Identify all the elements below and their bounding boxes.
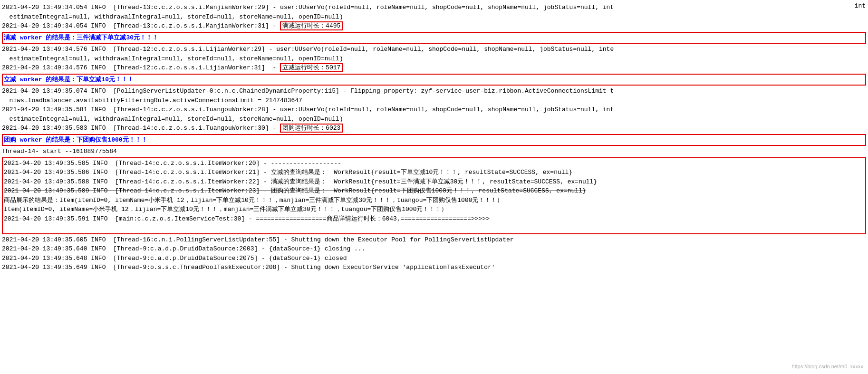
log-line-17: 商品展示的结果是：Item(itemID=0, itemName=小米手机 12… — [4, 196, 864, 205]
log-line-4: 2021-04-20 13:49:34.576 INFO [Thread-12:… — [2, 45, 866, 54]
log-line-10: estimateIntegral=null, withdrawalIntegra… — [2, 115, 866, 124]
log-line-11a: 2021-04-20 13:49:35.583 INFO [Thread-14:… — [2, 124, 866, 133]
log-line-2: estimateIntegral=null, withdrawalIntegra… — [2, 12, 866, 22]
log-line-23: 2021-04-20 13:49:35.649 INFO [Thread-9:o… — [2, 263, 866, 272]
log-container: 2021-04-20 13:49:34.054 INFO [Thread-13:… — [0, 2, 868, 273]
manjian-result-text: 满减 worker 的结果是：三件满减下单立减30元！！！ — [4, 33, 864, 43]
log-line-20: 2021-04-20 13:49:35.605 INFO [Thread-16:… — [2, 235, 866, 245]
item-worker-block: 2021-04-20 13:49:35.585 INFO [Thread-14:… — [2, 157, 866, 234]
tuangou-runtime-highlight: 团购运行时长：6023 — [280, 124, 343, 133]
log-line-7: 2021-04-20 13:49:35.074 INFO [PollingSer… — [2, 86, 866, 96]
tuangou-result-block: 团购 worker 的结果是：下团购仅售1000元！！！ — [2, 134, 866, 146]
log-line-13: 2021-04-20 13:49:35.585 INFO [Thread-14:… — [4, 159, 864, 168]
log-line-9: 2021-04-20 13:49:35.581 INFO [Thread-14:… — [2, 105, 866, 115]
log-line-8: niws.loadbalancer.availabilityFilteringR… — [2, 96, 866, 105]
tuangou-result-text: 团购 worker 的结果是：下团购仅售1000元！！！ — [4, 135, 864, 145]
lijian-result-text: 立减 worker 的结果是：下单立减10元！！！ — [4, 75, 864, 85]
log-line-16: 2021-04-20 13:49:35.589 INFO [Thread-14:… — [4, 186, 864, 196]
log-line-15: 2021-04-20 13:49:35.588 INFO [Thread-14:… — [4, 177, 864, 187]
watermark: https://blog.csdn.net/m0_xxxxx — [792, 364, 863, 369]
log-line-18: Item(itemID=0, itemName=小米手机 12，lijian=下… — [4, 205, 864, 214]
lijian-runtime-highlight: 立减运行时长：5017 — [280, 63, 343, 72]
top-right-int-label: int — [855, 2, 866, 10]
log-line-6a: 2021-04-20 13:49:34.576 INFO [Thread-12:… — [2, 63, 866, 73]
log-line-5: estimateIntegral=null, withdrawalIntegra… — [2, 54, 866, 64]
manjian-runtime-highlight: 满减运行时长：4495 — [280, 21, 343, 30]
log-line-12: Thread-14- start --161889775584 — [2, 147, 866, 156]
manjian-result-block: 满减 worker 的结果是：三件满减下单立减30元！！！ — [2, 32, 866, 44]
log-line-1: 2021-04-20 13:49:34.054 INFO [Thread-13:… — [2, 3, 866, 12]
lijian-result-block: 立减 worker 的结果是：下单立减10元！！！ — [2, 74, 866, 86]
log-line-22: 2021-04-20 13:49:35.648 INFO [Thread-9:c… — [2, 254, 866, 263]
log-line-3a: 2021-04-20 13:49:34.054 INFO [Thread-13:… — [2, 21, 866, 31]
log-line-21: 2021-04-20 13:49:35.640 INFO [Thread-9:c… — [2, 244, 866, 254]
log-line-14: 2021-04-20 13:49:35.586 INFO [Thread-14:… — [4, 168, 864, 177]
log-line-19: 2021-04-20 13:49:35.591 INFO [main:c.c.z… — [4, 214, 864, 233]
